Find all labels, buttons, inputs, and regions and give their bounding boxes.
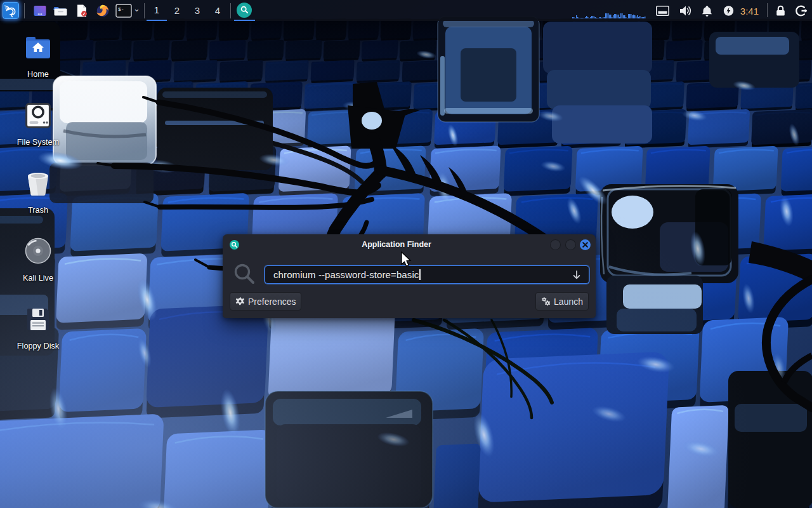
svg-text:$-: $-: [118, 6, 124, 12]
